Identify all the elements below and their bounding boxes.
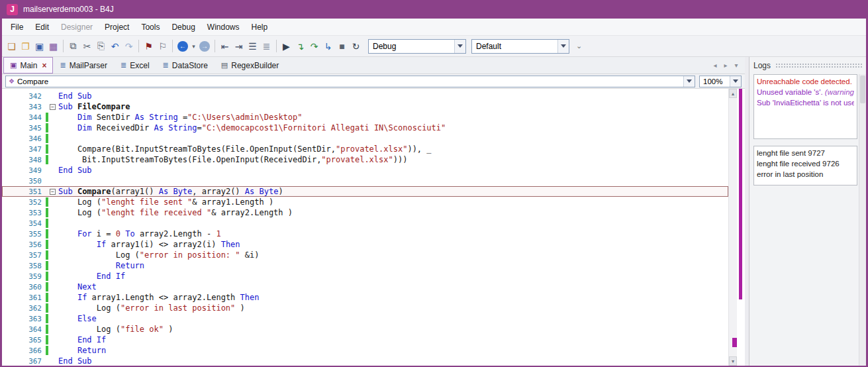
collapse-icon[interactable]: − bbox=[50, 104, 56, 110]
combo-caret-icon[interactable] bbox=[730, 76, 741, 87]
title-bar[interactable]: J mailserverdemo003 - B4J bbox=[2, 0, 866, 19]
open-icon[interactable]: ❐ bbox=[19, 39, 32, 54]
code-line[interactable]: 366 Return bbox=[2, 345, 728, 356]
code-token: For bbox=[77, 229, 97, 238]
step-into-icon[interactable]: ↴ bbox=[293, 39, 307, 54]
copy-icon[interactable]: ⧉ bbox=[66, 39, 80, 54]
cut-icon[interactable]: ✂ bbox=[80, 39, 94, 54]
combo-caret-icon[interactable] bbox=[454, 40, 465, 53]
code-line[interactable]: 349End Sub bbox=[2, 165, 728, 176]
new-icon[interactable]: ❏ bbox=[5, 39, 19, 54]
code-line[interactable]: 344 Dim SentDir As String ="C:\Users\adm… bbox=[2, 112, 728, 123]
code-line[interactable]: 342End Sub bbox=[2, 91, 728, 101]
bookmark-icon[interactable]: ⚑ bbox=[142, 39, 156, 54]
tab-excel[interactable]: ≣Excel bbox=[114, 57, 156, 74]
logs-panel-header[interactable]: Logs bbox=[749, 57, 866, 74]
code-area[interactable]: 342End Sub343−Sub FileCompare344 Dim Sen… bbox=[2, 89, 728, 366]
indent-icon[interactable]: ⇥ bbox=[232, 39, 246, 54]
combo-caret-icon[interactable] bbox=[683, 76, 695, 87]
code-line[interactable]: 345 Dim ReceivedDir As String="C:\democa… bbox=[2, 123, 728, 133]
editor-vscrollbar[interactable]: ▴ ▾ bbox=[728, 89, 737, 366]
menu-item-windows[interactable]: Windows bbox=[201, 20, 246, 34]
zoom-combobox[interactable]: 100% bbox=[699, 76, 742, 87]
paste-icon[interactable]: ⎘ bbox=[94, 39, 108, 54]
build-config-combobox[interactable]: Default bbox=[471, 39, 569, 54]
code-line[interactable]: 365 End If bbox=[2, 335, 728, 345]
bookmark-clear-icon[interactable]: ⚐ bbox=[156, 39, 169, 54]
code-line[interactable]: 362 Log ("error in last position" ) bbox=[2, 303, 728, 313]
code-line[interactable]: 361 If array1.Length <> array2.Length Th… bbox=[2, 292, 728, 303]
tab-main[interactable]: ▣Main× bbox=[3, 57, 53, 74]
debug-mode-combobox[interactable]: Debug bbox=[368, 39, 466, 54]
logs-scrollbar-thumb[interactable] bbox=[860, 76, 865, 103]
menu-item-project[interactable]: Project bbox=[99, 20, 135, 34]
code-editor[interactable]: 342End Sub343−Sub FileCompare344 Dim Sen… bbox=[2, 89, 745, 366]
restart-icon[interactable]: ↻ bbox=[349, 39, 363, 54]
log-output-list[interactable]: lenght file sent 9727lenght file receive… bbox=[753, 146, 857, 185]
code-line[interactable]: 350 bbox=[2, 176, 728, 186]
warnings-list[interactable]: Unreachable code detected. (waUnused var… bbox=[753, 74, 857, 139]
warning-item[interactable]: Sub 'InviaEtichetta' is not used. ( bbox=[757, 97, 854, 108]
menu-item-debug[interactable]: Debug bbox=[166, 20, 201, 34]
menu-item-edit[interactable]: Edit bbox=[29, 20, 55, 34]
logs-scrollbar[interactable] bbox=[859, 74, 866, 366]
back-history-icon[interactable]: ▾ bbox=[190, 39, 197, 54]
code-text: Dim SentDir As String ="C:\Users\admin\D… bbox=[58, 113, 303, 122]
stop-icon[interactable]: ■ bbox=[335, 39, 349, 54]
code-line[interactable]: 347 Compare(Bit.InputStreamToBytes(File.… bbox=[2, 144, 728, 154]
tab-mailparser[interactable]: ≣MailParser bbox=[53, 57, 114, 74]
tab-datastore[interactable]: ≣DataStore bbox=[156, 57, 215, 74]
code-line[interactable]: 363 Else bbox=[2, 313, 728, 324]
code-line[interactable]: 355 For i = 0 To array2.Length - 1 bbox=[2, 229, 728, 239]
designer-icon[interactable]: ▦ bbox=[46, 39, 60, 54]
toolbar-overflow-icon[interactable]: ⌄ bbox=[572, 39, 586, 54]
menu-item-file[interactable]: File bbox=[5, 20, 29, 34]
run-icon[interactable]: ▶ bbox=[279, 39, 293, 54]
scroll-down-icon[interactable]: ▾ bbox=[729, 356, 737, 366]
step-over-icon[interactable]: ↷ bbox=[307, 39, 321, 54]
tab-close-icon[interactable]: × bbox=[42, 61, 46, 70]
code-line[interactable]: 348 Bit.InputStreamToBytes(File.OpenInpu… bbox=[2, 154, 728, 165]
collapse-icon[interactable]: − bbox=[50, 189, 56, 195]
outdent-icon[interactable]: ⇤ bbox=[218, 39, 232, 54]
comment-icon[interactable]: ☰ bbox=[246, 39, 260, 54]
forward-icon[interactable]: → bbox=[199, 41, 210, 52]
code-line[interactable]: 367End Sub bbox=[2, 356, 728, 366]
tab-menu-icon[interactable]: ▾ bbox=[732, 62, 741, 69]
combo-caret-icon[interactable] bbox=[557, 40, 569, 53]
back-icon[interactable]: ← bbox=[177, 41, 188, 52]
tab-regexbuilder[interactable]: ▤RegexBuilder bbox=[215, 57, 285, 74]
toolbar-separator bbox=[172, 40, 173, 52]
scroll-up-icon[interactable]: ▴ bbox=[729, 89, 737, 98]
code-line[interactable]: 351−Sub Compare(array1() As Byte, array2… bbox=[2, 186, 728, 197]
tab-scroll-left-icon[interactable]: ◂ bbox=[710, 62, 720, 69]
redo-icon[interactable]: ↷ bbox=[122, 39, 136, 54]
code-line[interactable]: 359 End If bbox=[2, 271, 728, 282]
menu-item-tools[interactable]: Tools bbox=[135, 20, 166, 34]
code-line[interactable]: 364 Log ("file ok" ) bbox=[2, 324, 728, 335]
code-line[interactable]: 352 Log ("lenght file sent "& array1.Len… bbox=[2, 197, 728, 207]
code-line[interactable]: 360 Next bbox=[2, 282, 728, 292]
code-line[interactable]: 354 bbox=[2, 218, 728, 229]
code-token: ) bbox=[164, 325, 173, 334]
menu-item-help[interactable]: Help bbox=[246, 20, 274, 34]
member-navigator-combobox[interactable]: ❖ Compare bbox=[5, 76, 695, 87]
code-line[interactable]: 343−Sub FileCompare bbox=[2, 101, 728, 112]
code-line[interactable]: 358 Return bbox=[2, 260, 728, 271]
warning-item[interactable]: Unused variable 's'. (warning #9) bbox=[757, 87, 854, 97]
menu-item-designer[interactable]: Designer bbox=[55, 20, 99, 34]
step-out-icon[interactable]: ↳ bbox=[321, 39, 335, 54]
code-line[interactable]: 346 bbox=[2, 133, 728, 144]
code-line[interactable]: 357 Log ("error in position: " &i) bbox=[2, 250, 728, 260]
save-icon[interactable]: ▣ bbox=[32, 39, 46, 54]
line-number: 343 bbox=[2, 103, 46, 111]
uncomment-icon[interactable]: ≣ bbox=[260, 39, 273, 54]
code-text: Log ("error in position: " &i) bbox=[58, 250, 259, 260]
warning-item[interactable]: Unreachable code detected. (wa bbox=[757, 76, 854, 87]
undo-icon[interactable]: ↶ bbox=[108, 39, 122, 54]
tab-scroll-right-icon[interactable]: ▸ bbox=[721, 62, 730, 69]
code-token bbox=[58, 113, 77, 122]
code-token: As bbox=[159, 187, 173, 196]
code-line[interactable]: 353 Log ("lenght file received "& array2… bbox=[2, 207, 728, 218]
code-line[interactable]: 356 If array1(i) <> array2(i) Then bbox=[2, 239, 728, 250]
